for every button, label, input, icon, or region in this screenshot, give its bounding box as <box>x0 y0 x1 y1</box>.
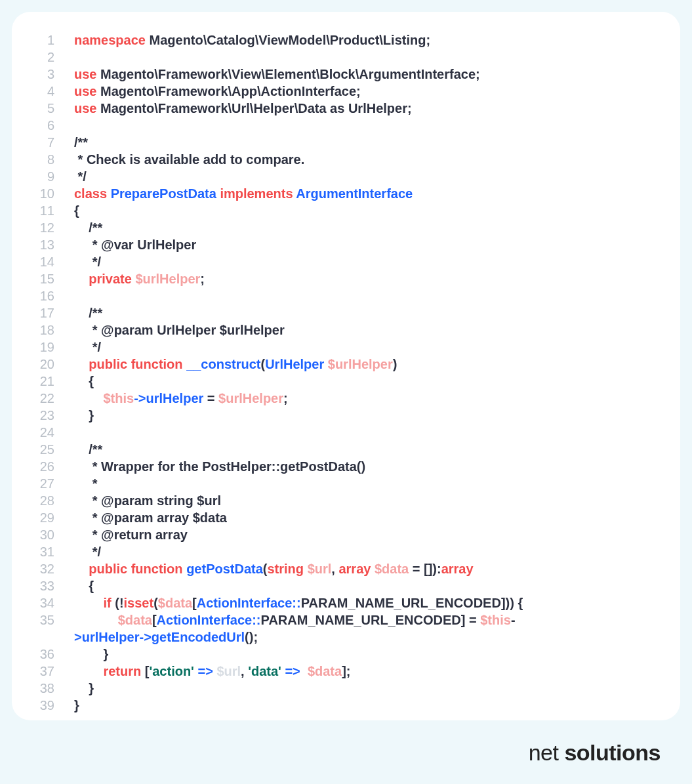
line-content: */ <box>74 168 87 185</box>
line-number: 10 <box>31 185 74 202</box>
code-line: 11{ <box>31 202 654 219</box>
code-line: 31 */ <box>31 543 654 560</box>
code-line: 9 */ <box>31 168 654 185</box>
line-number: 33 <box>31 577 74 594</box>
code-line: 22 $this->urlHelper = $urlHelper; <box>31 390 654 407</box>
line-content: return ['action' => $url, 'data' => $dat… <box>74 663 350 680</box>
line-content: * @param UrlHelper $urlHelper <box>74 321 285 339</box>
line-content: $this->urlHelper = $urlHelper; <box>74 390 288 407</box>
line-content: { <box>74 577 94 594</box>
code-line: 13 * @var UrlHelper <box>31 236 654 253</box>
line-number: 13 <box>31 236 74 253</box>
code-line: 3use Magento\Framework\View\Element\Bloc… <box>31 66 654 83</box>
line-number: 7 <box>31 134 74 151</box>
line-content: */ <box>74 543 101 560</box>
line-number: 20 <box>31 356 74 373</box>
line-content: /** <box>74 134 88 151</box>
line-number: 38 <box>31 680 74 697</box>
line-number: 3 <box>31 66 74 83</box>
line-content: * @param string $url <box>74 492 221 509</box>
line-content: if (!isset($data[ActionInterface::PARAM_… <box>74 594 523 611</box>
line-number <box>31 629 74 646</box>
line-number: 25 <box>31 441 74 458</box>
line-number: 36 <box>31 646 74 663</box>
line-number: 18 <box>31 321 74 339</box>
line-number: 15 <box>31 270 74 287</box>
code-line: 20 public function __construct(UrlHelper… <box>31 356 654 373</box>
line-content: public function __construct(UrlHelper $u… <box>74 356 397 373</box>
line-content: private $urlHelper; <box>74 270 205 287</box>
code-line: 24 <box>31 424 654 441</box>
line-content: */ <box>74 339 101 356</box>
line-number: 34 <box>31 594 74 611</box>
code-line: 7/** <box>31 134 654 151</box>
code-line: 2 <box>31 49 654 66</box>
code-line: 6 <box>31 117 654 134</box>
code-line: 35 $data[ActionInterface::PARAM_NAME_URL… <box>31 611 654 629</box>
code-line: 26 * Wrapper for the PostHelper::getPost… <box>31 458 654 475</box>
code-line: >urlHelper->getEncodedUrl(); <box>31 629 654 646</box>
code-line: 18 * @param UrlHelper $urlHelper <box>31 321 654 339</box>
line-number: 24 <box>31 424 74 441</box>
line-number: 1 <box>31 31 74 49</box>
code-line: 32 public function getPostData(string $u… <box>31 560 654 577</box>
line-content: } <box>74 680 94 697</box>
code-line: 19 */ <box>31 339 654 356</box>
line-content: /** <box>74 304 102 321</box>
line-content <box>74 287 78 304</box>
line-content <box>74 49 78 66</box>
code-block: 1namespace Magento\Catalog\ViewModel\Pro… <box>31 31 654 714</box>
line-number: 35 <box>31 611 74 629</box>
line-number: 39 <box>31 697 74 714</box>
line-content: public function getPostData(string $url,… <box>74 560 474 577</box>
line-number: 9 <box>31 168 74 185</box>
line-number: 32 <box>31 560 74 577</box>
code-line: 15 private $urlHelper; <box>31 270 654 287</box>
line-content: use Magento\Framework\App\ActionInterfac… <box>74 83 361 100</box>
code-line: 34 if (!isset($data[ActionInterface::PAR… <box>31 594 654 611</box>
line-content <box>74 117 78 134</box>
code-line: 10class PreparePostData implements Argum… <box>31 185 654 202</box>
line-number: 31 <box>31 543 74 560</box>
line-number: 19 <box>31 339 74 356</box>
line-number: 11 <box>31 202 74 219</box>
code-card: 1namespace Magento\Catalog\ViewModel\Pro… <box>12 12 680 720</box>
line-content: * Check is available add to compare. <box>74 151 304 168</box>
line-number: 12 <box>31 219 74 236</box>
code-line: 39} <box>31 697 654 714</box>
line-content: { <box>74 373 94 390</box>
line-number: 14 <box>31 253 74 270</box>
line-content: */ <box>74 253 101 270</box>
line-content: * Wrapper for the PostHelper::getPostDat… <box>74 458 365 475</box>
brand-logo-part2: solutions <box>564 740 661 765</box>
line-number: 37 <box>31 663 74 680</box>
code-line: 4use Magento\Framework\App\ActionInterfa… <box>31 83 654 100</box>
code-line: 21 { <box>31 373 654 390</box>
line-number: 21 <box>31 373 74 390</box>
code-line: 37 return ['action' => $url, 'data' => $… <box>31 663 654 680</box>
line-number: 2 <box>31 49 74 66</box>
line-content: use Magento\Framework\View\Element\Block… <box>74 66 480 83</box>
line-number: 5 <box>31 100 74 117</box>
brand-logo: net solutions <box>529 740 661 766</box>
line-content: class PreparePostData implements Argumen… <box>74 185 413 202</box>
line-content: use Magento\Framework\Url\Helper\Data as… <box>74 100 412 117</box>
code-line: 16 <box>31 287 654 304</box>
line-number: 17 <box>31 304 74 321</box>
line-number: 22 <box>31 390 74 407</box>
code-line: 17 /** <box>31 304 654 321</box>
line-content <box>74 424 78 441</box>
code-line: 36 } <box>31 646 654 663</box>
line-number: 30 <box>31 526 74 543</box>
line-content: >urlHelper->getEncodedUrl(); <box>74 629 258 646</box>
code-line: 1namespace Magento\Catalog\ViewModel\Pro… <box>31 31 654 49</box>
code-line: 8 * Check is available add to compare. <box>31 151 654 168</box>
line-content: { <box>74 202 79 219</box>
code-line: 33 { <box>31 577 654 594</box>
code-line: 30 * @return array <box>31 526 654 543</box>
line-content: * @return array <box>74 526 188 543</box>
line-number: 27 <box>31 475 74 492</box>
line-number: 4 <box>31 83 74 100</box>
code-line: 5use Magento\Framework\Url\Helper\Data a… <box>31 100 654 117</box>
code-line: 25 /** <box>31 441 654 458</box>
